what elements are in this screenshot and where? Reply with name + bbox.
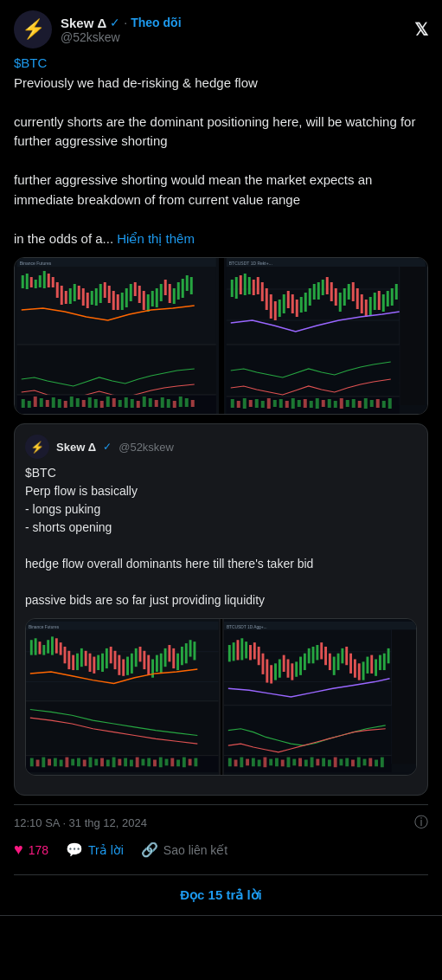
chart-left-2: Binance Futures [26,619,219,775]
svg-rect-145 [303,399,306,408]
svg-rect-98 [265,288,267,310]
svg-rect-134 [236,401,240,408]
svg-rect-255 [253,642,255,659]
svg-rect-42 [177,282,180,300]
svg-rect-7 [26,274,29,289]
embedded-handle: @52kskew [119,441,174,454]
svg-rect-297 [257,760,260,767]
svg-rect-99 [269,294,272,319]
tweet-images-2: Binance Futures [25,618,417,776]
svg-rect-303 [292,759,296,766]
reply-button[interactable]: 💬 Trả lời [66,841,124,858]
svg-rect-269 [311,647,314,663]
svg-rect-224 [106,760,110,767]
svg-rect-167 [30,640,33,654]
svg-rect-221 [89,758,93,768]
svg-rect-149 [327,399,330,408]
svg-rect-277 [345,647,348,665]
svg-rect-222 [94,759,98,766]
svg-rect-298 [263,758,266,768]
svg-rect-199 [164,648,167,667]
heart-icon: ♥ [14,841,23,859]
embedded-name: Skew Δ [56,441,96,454]
svg-rect-220 [83,760,86,767]
svg-rect-18 [74,284,76,301]
svg-rect-310 [333,758,336,768]
svg-rect-115 [338,293,341,312]
svg-rect-172 [51,636,54,654]
svg-rect-205 [189,640,192,656]
svg-rect-309 [327,760,330,767]
svg-rect-265 [295,661,298,676]
svg-rect-45 [190,277,193,294]
tweet-footer: 12:10 SA · 31 thg 12, 2024 ⓘ ♥ 178 💬 Trả… [14,804,428,874]
tweet-line-3: further aggressive shorting would mean t… [14,172,372,207]
svg-rect-197 [156,655,158,672]
svg-rect-64 [106,397,110,407]
svg-rect-77 [185,398,189,407]
svg-rect-178 [76,654,79,670]
svg-rect-9 [35,280,37,288]
svg-rect-225 [112,758,116,768]
svg-rect-257 [261,654,264,674]
svg-rect-243 [391,630,416,764]
svg-rect-53 [40,398,43,407]
show-more-button[interactable]: Hiển thị thêm [117,231,195,246]
svg-rect-116 [343,288,345,306]
info-icon[interactable]: ⓘ [414,814,428,832]
link-icon: 🔗 [141,841,158,858]
svg-rect-139 [266,398,270,409]
follow-button[interactable]: Theo dõi [131,16,181,29]
svg-rect-32 [134,282,137,296]
svg-rect-143 [291,398,294,409]
avatar[interactable]: ⚡ [14,10,52,48]
svg-rect-70 [143,397,146,407]
reply-icon: 💬 [66,841,83,858]
svg-rect-60 [82,400,86,407]
svg-rect-154 [357,401,361,408]
svg-rect-261 [278,659,280,677]
svg-rect-88 [399,267,425,405]
svg-rect-194 [143,651,145,669]
svg-rect-103 [286,291,289,308]
svg-rect-213 [42,758,45,768]
x-logo: 𝕏 [414,19,428,40]
svg-rect-157 [375,399,379,408]
svg-rect-140 [272,400,276,407]
embedded-line-3: - shorts opening [25,520,112,534]
svg-rect-73 [161,397,164,408]
timestamp-row: 12:10 SA · 31 thg 12, 2024 ⓘ [14,814,428,832]
svg-rect-292 [227,758,231,767]
svg-rect-287 [387,648,389,663]
svg-rect-239 [194,758,197,767]
like-button[interactable]: ♥ 178 [14,841,48,859]
svg-rect-235 [170,758,174,767]
svg-rect-173 [55,638,58,653]
svg-rect-295 [246,759,249,766]
embedded-tweet[interactable]: ⚡ Skew Δ ✓ @52kskew $BTC Perp flow is ba… [14,423,428,796]
svg-rect-312 [345,758,349,767]
chart-left-1: Binance Futures [15,258,219,414]
svg-rect-256 [257,647,259,665]
svg-rect-286 [382,654,385,670]
svg-rect-62 [94,399,98,408]
svg-rect-268 [307,648,310,663]
svg-rect-102 [282,294,285,313]
svg-rect-188 [118,655,120,675]
svg-rect-182 [93,657,95,674]
svg-rect-44 [186,275,189,291]
share-button[interactable]: 🔗 Sao liên kết [141,841,227,858]
avatar-icon: ⚡ [22,18,45,41]
embedded-line-2: - longs puking [25,502,100,516]
svg-rect-270 [316,645,318,660]
svg-rect-108 [308,288,311,306]
svg-rect-187 [114,651,117,669]
svg-rect-27 [112,291,115,310]
svg-rect-252 [240,638,243,660]
tweet-images-1[interactable]: Binance Futures BTCUSDT 1D Rekt+... [14,257,428,415]
svg-rect-282 [366,657,368,674]
read-replies-button[interactable]: Đọc 15 trả lời [14,874,428,915]
svg-rect-200 [168,645,170,661]
svg-rect-15 [61,286,63,305]
svg-rect-112 [325,277,328,294]
